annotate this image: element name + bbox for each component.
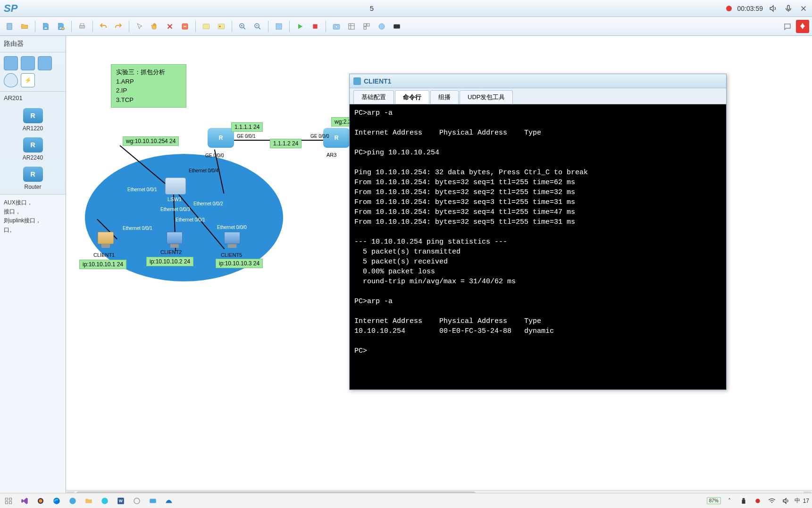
- separator: [35, 21, 35, 32]
- pc-client5[interactable]: [222, 232, 243, 250]
- tab-multicast[interactable]: 组播: [430, 90, 459, 104]
- undo-button[interactable]: [97, 20, 110, 33]
- switch-lsw1[interactable]: [165, 178, 186, 195]
- router-ar1[interactable]: R: [208, 128, 234, 148]
- device-item-ar2240[interactable]: R AR2240: [23, 137, 43, 161]
- text-button[interactable]: [200, 20, 213, 33]
- router-icon: R: [23, 108, 43, 123]
- ip-label[interactable]: 1.1.1.2 24: [270, 139, 301, 148]
- visual-studio-icon[interactable]: [19, 495, 30, 507]
- app-icon-1[interactable]: [67, 495, 78, 507]
- tab-cli[interactable]: 命令行: [395, 90, 429, 104]
- ip-label[interactable]: 1.1.1.1 24: [231, 122, 263, 132]
- term-titlebar[interactable]: CLIENT1: [350, 74, 726, 88]
- ar3-label: AR3: [326, 152, 336, 158]
- tray-usb-icon[interactable]: [738, 495, 749, 507]
- wireshark-icon[interactable]: [163, 495, 175, 507]
- separator: [289, 21, 290, 32]
- device-item-ar1220[interactable]: R AR1220: [23, 108, 43, 132]
- system-tray: 87% ˄ 中 17: [707, 495, 809, 507]
- tool-button-4[interactable]: [390, 20, 403, 33]
- ip-label[interactable]: ip:10.10.10.3 24: [216, 259, 263, 268]
- device-model-label: AR201: [0, 92, 66, 104]
- ip-label[interactable]: ip:10.10.10.1 24: [79, 260, 126, 269]
- tray-clock-partial[interactable]: 17: [803, 498, 809, 504]
- remove-button[interactable]: [178, 20, 192, 33]
- huawei-logo-icon[interactable]: [796, 20, 809, 33]
- app-icon-3[interactable]: [131, 495, 142, 507]
- tray-volume-icon[interactable]: [780, 495, 792, 507]
- device-item-router[interactable]: R Router: [23, 167, 43, 190]
- palette-firewall-icon[interactable]: [38, 56, 52, 70]
- fit-button[interactable]: [272, 20, 285, 33]
- client1-window[interactable]: CLIENT1 基础配置 命令行 组播 UDP发包工具 PC>arp -a In…: [349, 74, 727, 390]
- palette-bolt-icon[interactable]: ⚡: [21, 73, 35, 87]
- pc-client1[interactable]: [95, 232, 116, 250]
- zoom-out-button[interactable]: [251, 20, 264, 33]
- explorer-icon[interactable]: [83, 495, 94, 507]
- port-label: Ethernet 0/0/0: [217, 225, 247, 230]
- tool-button-3[interactable]: [375, 20, 388, 33]
- mic-icon[interactable]: [784, 4, 793, 13]
- task-view-icon[interactable]: [3, 495, 14, 507]
- tray-ime-icon[interactable]: [752, 495, 763, 507]
- start-button[interactable]: [293, 20, 307, 33]
- ip-label[interactable]: wg:10.10.10.254 24: [123, 136, 179, 146]
- separator: [195, 21, 196, 32]
- ip-label[interactable]: ip:10.10.10.2 24: [146, 257, 193, 266]
- router-icon: R: [23, 167, 43, 182]
- port-label: GE 0/0/1: [237, 134, 255, 139]
- new-button[interactable]: [3, 20, 16, 33]
- device-item-label: Router: [24, 184, 41, 190]
- topology-canvas-wrap: 实验三：抓包分析 1.ARP 2.IP 3.TCP R R AR3 LSW1: [66, 36, 812, 499]
- print-button[interactable]: [75, 20, 89, 33]
- open-button[interactable]: [18, 20, 31, 33]
- sidebar-header: 路由器: [0, 36, 66, 52]
- message-button[interactable]: [781, 20, 794, 33]
- palette-cloud-icon[interactable]: [4, 73, 18, 87]
- word-icon[interactable]: W: [115, 495, 126, 507]
- palette-router-icon[interactable]: [4, 56, 18, 70]
- tab-basic-config[interactable]: 基础配置: [353, 90, 394, 104]
- terminal-output[interactable]: PC>arp -a Internet Address Physical Addr…: [350, 104, 726, 389]
- battery-indicator[interactable]: 87%: [707, 497, 721, 504]
- pc-client2[interactable]: [164, 232, 185, 250]
- app-icon-2[interactable]: [99, 495, 110, 507]
- svg-point-28: [39, 499, 42, 503]
- eclipse-icon[interactable]: [35, 495, 46, 507]
- client2-label: CLIENT2: [160, 249, 182, 255]
- save-button[interactable]: [39, 20, 52, 33]
- pointer-button[interactable]: [133, 20, 146, 33]
- ime-indicator[interactable]: 中: [795, 497, 800, 505]
- svg-point-10: [219, 25, 221, 27]
- svg-rect-35: [150, 499, 156, 503]
- svg-rect-6: [80, 24, 84, 25]
- tray-wifi-icon[interactable]: [766, 495, 778, 507]
- save-as-button[interactable]: [54, 20, 67, 33]
- edge-icon[interactable]: [51, 495, 62, 507]
- title-bar: SP 5 00:03:59: [0, 0, 812, 17]
- port-label: Ethernet 0/0/1: [176, 217, 205, 222]
- tool-button-1[interactable]: [345, 20, 358, 33]
- delete-button[interactable]: [163, 20, 176, 33]
- close-icon[interactable]: [799, 4, 808, 13]
- tray-chevron-up-icon[interactable]: ˄: [724, 495, 735, 507]
- stop-button[interactable]: [309, 20, 322, 33]
- svg-rect-0: [787, 5, 790, 9]
- tab-udp-tool[interactable]: UDP发包工具: [460, 90, 513, 104]
- redo-button[interactable]: [112, 20, 125, 33]
- note-box[interactable]: 实验三：抓包分析 1.ARP 2.IP 3.TCP: [111, 64, 186, 108]
- palette-button[interactable]: [215, 20, 228, 33]
- zoom-in-button[interactable]: [236, 20, 249, 33]
- port-label: Ethernet 0/0/1: [123, 226, 152, 231]
- pan-button[interactable]: [148, 20, 161, 33]
- app-name: SP: [4, 2, 17, 15]
- palette-wireless-icon[interactable]: [21, 56, 35, 70]
- port-label: GE 0/0/0: [205, 153, 224, 158]
- speaker-icon[interactable]: [769, 4, 778, 13]
- ensp-icon[interactable]: [147, 495, 159, 507]
- desc-line: AUX接口，: [4, 198, 62, 207]
- desc-line: 则uplink接口，: [4, 216, 62, 225]
- capture-button[interactable]: [330, 20, 343, 33]
- tool-button-2[interactable]: [360, 20, 373, 33]
